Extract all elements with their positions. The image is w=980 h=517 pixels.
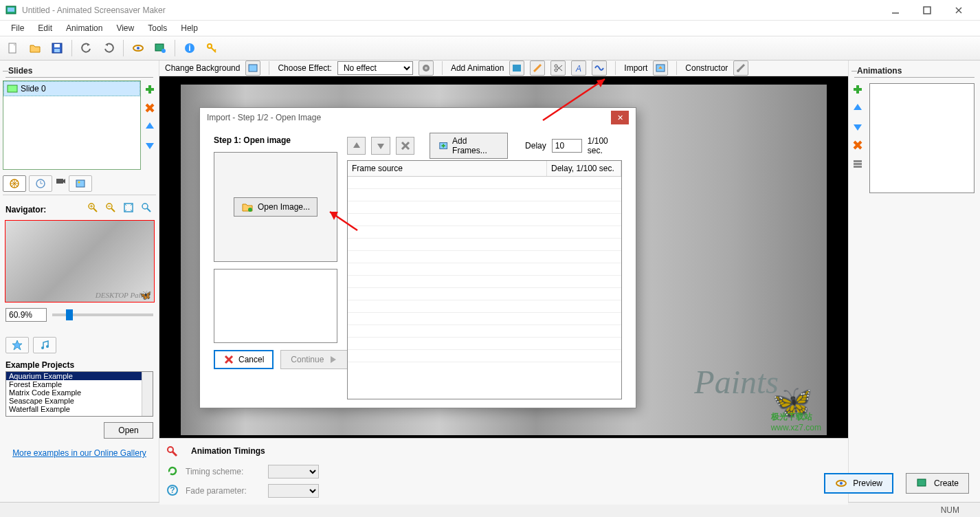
slides-heading: Slides [5, 65, 153, 78]
example-item[interactable]: Waterfall Example [6, 405, 153, 413]
zoom-input[interactable] [5, 308, 47, 322]
help-icon[interactable]: ? [166, 484, 179, 498]
menu-edit[interactable]: Edit [31, 22, 59, 34]
tab-image[interactable] [69, 175, 92, 192]
preview-button[interactable]: Preview [824, 473, 893, 494]
menu-bar: File Edit Animation View Tools Help [0, 21, 980, 36]
menu-animation[interactable]: Animation [59, 22, 109, 34]
close-button[interactable] [943, 0, 975, 21]
key-icon[interactable] [203, 39, 221, 57]
zoom-fit-icon[interactable] [123, 202, 134, 215]
frame-down-button[interactable] [371, 137, 390, 155]
delay-label: Delay [525, 141, 546, 151]
example-item[interactable]: Aquarium Example [6, 372, 153, 380]
refresh-icon[interactable] [166, 465, 179, 479]
timing-scheme-select[interactable] [268, 465, 319, 478]
svg-rect-8 [54, 44, 60, 47]
slide-item-0[interactable]: Slide 0 [3, 81, 140, 96]
add-frames-button[interactable]: Add Frames... [430, 133, 508, 159]
effect-settings-icon[interactable] [419, 60, 434, 76]
maximize-button[interactable] [911, 0, 943, 21]
preview-box [214, 269, 337, 343]
tab-clock[interactable] [29, 175, 52, 192]
navigator-preview[interactable]: DESKTOP Paints 🦋 [5, 220, 155, 302]
constructor-label[interactable]: Constructor [685, 63, 728, 73]
svg-rect-52 [513, 65, 521, 72]
undo-icon[interactable] [78, 39, 96, 57]
delete-slide-icon[interactable] [144, 102, 156, 116]
effect-select[interactable]: No effect [337, 61, 413, 75]
info-icon[interactable]: i [181, 39, 199, 57]
zoom-actual-icon[interactable] [141, 202, 152, 215]
example-item[interactable]: Matrix Code Example [6, 388, 153, 397]
anim-up-icon[interactable] [851, 102, 864, 116]
anim-down-icon[interactable] [851, 120, 864, 135]
save-icon[interactable] [48, 39, 66, 57]
left-panel: Slides Slide 0 Navigator: [0, 60, 159, 502]
menu-tools[interactable]: Tools [141, 22, 174, 34]
anim-delete-icon[interactable] [851, 139, 864, 153]
watermark-link: 极光下载站www.xz7.com [771, 411, 821, 432]
create-button[interactable]: Create [906, 473, 969, 494]
status-num: NUM [941, 505, 959, 515]
timing-scheme-label: Timing scheme: [186, 467, 261, 476]
slides-list[interactable]: Slide 0 [3, 80, 141, 170]
example-item[interactable]: Forest Example [6, 380, 153, 388]
redo-icon[interactable] [100, 39, 118, 57]
svg-rect-74 [854, 163, 862, 165]
online-gallery-link[interactable]: More examples in our Online Gallery [5, 448, 153, 458]
frames-grid[interactable]: Frame source Delay, 1/100 sec. [347, 160, 622, 399]
move-up-icon[interactable] [144, 120, 156, 135]
example-item[interactable]: Seascape Example [6, 397, 153, 405]
change-background-icon[interactable] [245, 60, 260, 76]
examples-scrollbar[interactable] [142, 372, 153, 416]
tab-navigator[interactable] [3, 175, 26, 192]
minimize-button[interactable] [880, 0, 911, 21]
constructor-icon[interactable] [733, 60, 748, 76]
delay-input[interactable] [552, 139, 582, 153]
timing-settings-icon[interactable] [166, 446, 179, 460]
music-tab[interactable] [33, 337, 56, 353]
open-example-button[interactable]: Open [104, 422, 153, 439]
tab-camera[interactable] [55, 175, 66, 192]
animations-list[interactable] [869, 83, 975, 193]
favorites-tab[interactable] [5, 337, 29, 353]
frame-delete-button[interactable] [396, 137, 414, 155]
frame-up-button[interactable] [347, 137, 366, 155]
menu-view[interactable]: View [109, 22, 141, 34]
svg-point-62 [168, 447, 173, 452]
annotation-arrow-open-image [323, 206, 364, 236]
svg-rect-21 [8, 85, 17, 92]
add-animation-icon[interactable] [851, 83, 864, 98]
add-animation-label[interactable]: Add Animation [451, 63, 504, 73]
new-file-icon[interactable] [4, 39, 22, 57]
zoom-slider[interactable] [52, 314, 153, 316]
svg-marker-33 [63, 179, 65, 184]
continue-button[interactable]: Continue [280, 350, 349, 369]
open-folder-icon[interactable] [26, 39, 44, 57]
svg-marker-26 [146, 122, 154, 129]
fade-parameter-select[interactable] [268, 484, 319, 498]
zoom-out-icon[interactable] [105, 202, 116, 215]
animation-film-icon[interactable] [509, 60, 524, 76]
add-slide-icon[interactable] [144, 83, 156, 98]
menu-file[interactable]: File [4, 22, 31, 34]
svg-point-48 [46, 345, 49, 348]
create-screensaver-icon[interactable] [151, 39, 169, 57]
cancel-button[interactable]: Cancel [214, 350, 274, 369]
menu-help[interactable]: Help [174, 22, 205, 34]
import-icon[interactable] [653, 60, 668, 76]
move-down-icon[interactable] [144, 139, 156, 153]
svg-point-77 [840, 482, 843, 485]
import-label[interactable]: Import [624, 63, 647, 73]
change-background-label[interactable]: Change Background [165, 63, 240, 73]
anim-properties-icon[interactable] [851, 157, 864, 172]
examples-list[interactable]: Aquarium Example Forest Example Matrix C… [5, 371, 153, 417]
preview-eye-icon[interactable] [129, 39, 147, 57]
examples-heading: Example Projects [5, 360, 153, 370]
zoom-in-icon[interactable] [87, 202, 98, 215]
svg-point-51 [425, 67, 427, 69]
svg-line-63 [172, 452, 177, 456]
open-image-button[interactable]: Open Image... [234, 197, 318, 217]
svg-marker-11 [105, 43, 108, 46]
